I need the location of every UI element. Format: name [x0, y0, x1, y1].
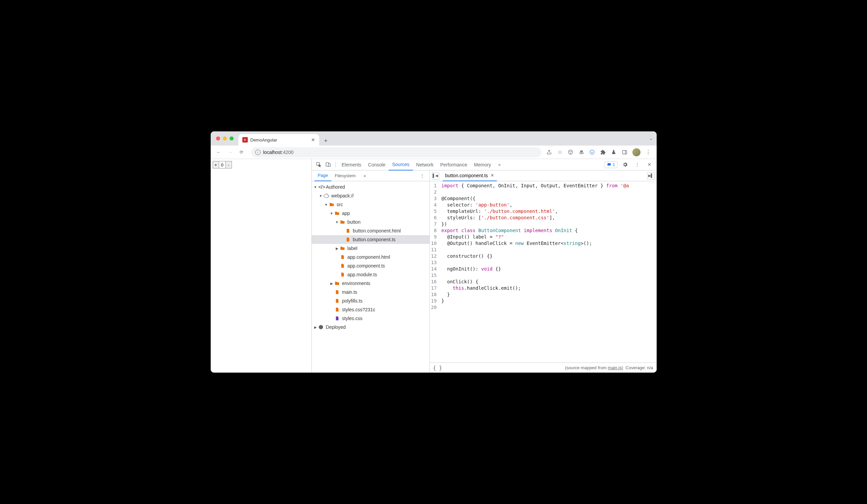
- svg-point-0: [568, 150, 573, 154]
- minimize-window-button[interactable]: [223, 136, 227, 141]
- tree-authored[interactable]: ▼</>Authored: [312, 183, 429, 191]
- svg-point-3: [579, 152, 581, 154]
- tree-label-folder[interactable]: ▶label: [312, 244, 429, 253]
- forward-button[interactable]: →: [225, 147, 235, 157]
- close-window-button[interactable]: [216, 136, 220, 141]
- editor-tab-bar: ▌◀ button.component.ts ✕ ▶▌: [430, 171, 657, 181]
- tree-file-styles[interactable]: styles.css: [312, 314, 429, 323]
- sources-subtabs: PageFilesystem » ⋮: [312, 171, 429, 181]
- devtools-tab-console[interactable]: Console: [365, 159, 389, 171]
- url-text: localhost:4200: [263, 150, 293, 155]
- devtools-tab-network[interactable]: Network: [413, 159, 437, 171]
- tree-file-polyfills[interactable]: polyfills.ts: [312, 296, 429, 305]
- sources-navigator: PageFilesystem » ⋮ ▼</>Authored ▼webpack…: [312, 171, 430, 373]
- tree-src[interactable]: ▼src: [312, 200, 429, 209]
- profile-avatar[interactable]: [632, 148, 641, 156]
- editor-tab-close-icon[interactable]: ✕: [491, 173, 494, 178]
- counter-value: 0: [219, 162, 225, 167]
- content-area: + 0 - ElementsConsoleSourcesNetworkPerfo…: [211, 159, 657, 373]
- devtools-tab-bar: ElementsConsoleSourcesNetworkPerformance…: [312, 159, 657, 171]
- devtools-tab-memory[interactable]: Memory: [471, 159, 494, 171]
- inspect-element-icon[interactable]: [314, 160, 323, 169]
- tree-deployed[interactable]: ▶Deployed: [312, 323, 429, 331]
- tree-file-app-html[interactable]: app.component.html: [312, 253, 429, 261]
- site-info-icon[interactable]: i: [255, 150, 260, 155]
- issues-button[interactable]: 1: [604, 161, 618, 168]
- tree-environments-folder[interactable]: ▶environments: [312, 279, 429, 288]
- side-panel-icon[interactable]: [622, 149, 628, 155]
- address-bar[interactable]: i localhost:4200: [251, 147, 542, 157]
- device-toggle-icon[interactable]: [324, 160, 333, 169]
- incognito-icon[interactable]: [578, 149, 585, 155]
- tree-file-button-ts[interactable]: button.component.ts: [312, 235, 429, 244]
- tree-webpack[interactable]: ▼webpack://: [312, 191, 429, 200]
- svg-point-2: [571, 151, 571, 152]
- svg-rect-6: [623, 150, 627, 154]
- back-button[interactable]: ←: [214, 147, 224, 157]
- tree-app[interactable]: ▼app: [312, 209, 429, 218]
- editor-status-bar: { } (source mapped from main.js) Coverag…: [430, 362, 657, 373]
- tab-strip: A DemoAngular ✕ + ⌄: [211, 131, 657, 145]
- extensions-puzzle-icon[interactable]: [600, 149, 606, 155]
- sources-subtab-page[interactable]: Page: [314, 171, 331, 181]
- tree-file-button-html[interactable]: button.component.html: [312, 227, 429, 235]
- devtools-close-icon[interactable]: ✕: [645, 160, 654, 169]
- angular-favicon-icon: A: [242, 137, 248, 143]
- source-map-link[interactable]: main.js: [608, 365, 622, 370]
- tree-file-main-ts[interactable]: main.ts: [312, 288, 429, 296]
- devtools-tab-elements[interactable]: Elements: [339, 159, 365, 171]
- counter-minus-button[interactable]: -: [225, 161, 232, 168]
- svg-point-1: [570, 151, 570, 152]
- tab-title: DemoAngular: [250, 138, 309, 143]
- more-tabs-icon[interactable]: »: [495, 160, 504, 169]
- page-viewport: + 0 -: [211, 159, 312, 373]
- devtools-panel: ElementsConsoleSourcesNetworkPerformance…: [312, 159, 657, 373]
- pretty-print-icon[interactable]: { }: [433, 365, 442, 371]
- devtools-tab-performance[interactable]: Performance: [437, 159, 471, 171]
- maximize-window-button[interactable]: [229, 136, 234, 141]
- new-tab-button[interactable]: +: [321, 136, 331, 145]
- browser-window: A DemoAngular ✕ + ⌄ ← → ⟳ i localhost:42…: [211, 131, 657, 373]
- svg-rect-10: [328, 164, 330, 167]
- extension-face-icon[interactable]: [568, 149, 574, 155]
- devtools-tab-sources[interactable]: Sources: [389, 159, 413, 171]
- tree-file-styles-q[interactable]: styles.css?231c: [312, 305, 429, 314]
- browser-toolbar: ← → ⟳ i localhost:4200 ☆: [211, 145, 657, 159]
- counter-widget: + 0 -: [213, 161, 232, 168]
- labs-flask-icon[interactable]: [611, 149, 617, 155]
- devtools-menu-icon[interactable]: ⋮: [633, 160, 642, 169]
- bookmark-star-icon[interactable]: ☆: [557, 149, 563, 155]
- reload-button[interactable]: ⟳: [237, 147, 246, 157]
- code-content: import { Component, OnInit, Input, Outpu…: [439, 181, 629, 362]
- line-gutter: 1234567891011121314151617181920: [430, 181, 440, 362]
- settings-gear-icon[interactable]: [621, 160, 630, 169]
- counter-plus-button[interactable]: +: [213, 161, 219, 168]
- tab-close-button[interactable]: ✕: [311, 137, 315, 143]
- tree-file-app-ts[interactable]: app.component.ts: [312, 261, 429, 270]
- share-icon[interactable]: [546, 149, 552, 155]
- more-subtabs-icon[interactable]: »: [360, 172, 369, 180]
- toolbar-icons: ☆ ⋮: [546, 148, 653, 156]
- toggle-debugger-icon[interactable]: ▶▌: [647, 172, 655, 179]
- tree-button-folder[interactable]: ▼button: [312, 218, 429, 227]
- browser-menu-icon[interactable]: ⋮: [645, 149, 651, 155]
- sources-subtab-filesystem[interactable]: Filesystem: [331, 171, 359, 181]
- svg-point-4: [581, 152, 583, 154]
- file-tree: ▼</>Authored ▼webpack:// ▼src ▼app ▼butt…: [312, 181, 429, 373]
- browser-tab[interactable]: A DemoAngular ✕: [238, 134, 319, 145]
- editor-tab[interactable]: button.component.ts ✕: [442, 171, 497, 181]
- extension-circle-icon[interactable]: [589, 149, 595, 155]
- tree-file-app-module[interactable]: app.module.ts: [312, 270, 429, 279]
- toggle-navigator-icon[interactable]: ▌◀: [432, 172, 439, 179]
- editor-pane: ▌◀ button.component.ts ✕ ▶▌ 123456789101…: [430, 171, 657, 373]
- coverage-text: Coverage: n/a: [625, 365, 653, 370]
- navigator-menu-icon[interactable]: ⋮: [418, 172, 427, 180]
- window-controls: [214, 131, 236, 145]
- tabs-menu-button[interactable]: ⌄: [649, 136, 653, 141]
- code-editor[interactable]: 1234567891011121314151617181920 import {…: [430, 181, 657, 362]
